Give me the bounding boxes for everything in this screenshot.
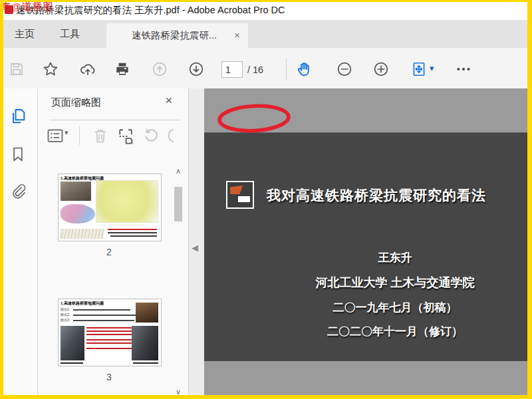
sketch-strip-image — [60, 229, 104, 239]
previous-page-icon — [151, 61, 168, 78]
document-tab-label: 速铁路桥梁抗震研... — [132, 23, 217, 48]
thumbnail-page-2-preview[interactable]: 1.高速铁路桥梁地震问题 — [58, 174, 162, 241]
acrobat-window: 速铁路桥梁抗震研究的看法 王东升.pdf - Adobe Acrobat Pro… — [0, 0, 532, 399]
extract-pages-icon[interactable] — [116, 126, 135, 145]
title-bar[interactable]: 速铁路桥梁抗震研究的看法 王东升.pdf - Adobe Acrobat Pro… — [0, 0, 532, 20]
hand-tool-icon[interactable] — [295, 61, 313, 78]
tab-document[interactable]: 速铁路桥梁抗震研... × — [106, 23, 248, 48]
slide-date-revised: 二〇二〇年十一月（修订） — [265, 324, 525, 339]
zoom-in-icon[interactable] — [372, 61, 390, 78]
caption-line — [108, 232, 157, 233]
thumb3-slide-title: 1.高速铁路桥梁地震问题 — [61, 301, 104, 307]
speaker-photo — [136, 303, 158, 323]
print-icon[interactable] — [114, 61, 131, 78]
photo-caption-line — [61, 362, 83, 364]
share-cloud-upload-icon[interactable] — [79, 61, 96, 78]
slide-affiliation: 河北工业大学 土木与交通学院 — [265, 275, 525, 291]
bullet-text-line — [73, 320, 134, 321]
bookmarks-icon[interactable] — [9, 145, 27, 164]
panel-scrollbar-thumb[interactable] — [174, 187, 182, 221]
toolbar-separator — [286, 59, 287, 80]
red-caption-line — [108, 229, 157, 230]
panel-divider — [50, 120, 180, 120]
panel-scroll-up-icon[interactable]: ∧ — [173, 167, 184, 176]
region-map-image — [61, 204, 95, 223]
slide-date-draft: 二〇一九年七月（初稿） — [265, 300, 525, 315]
photo-caption-line — [133, 362, 158, 364]
fit-page-dropdown-caret-icon[interactable]: ▾ — [430, 60, 434, 77]
panel-splitter[interactable]: ◀ — [189, 88, 204, 399]
slide-author: 王东升 — [265, 250, 525, 265]
logo-white-shape — [238, 196, 250, 202]
thumbnail-options-icon[interactable] — [46, 126, 65, 145]
favorite-star-icon[interactable] — [42, 61, 59, 78]
page-thumbnails-icon[interactable] — [9, 107, 27, 126]
china-map-image — [96, 180, 158, 223]
rotate-right-icon — [167, 126, 186, 145]
save-icon[interactable] — [8, 61, 25, 78]
thumbnail-page-3[interactable]: 1.高速铁路桥梁地震问题 特点1: 特点2: 特点3: 3 — [58, 299, 160, 382]
thumb3-bullet-3: 特点3: — [61, 318, 70, 322]
more-tools-ellipsis-icon[interactable] — [455, 61, 472, 78]
attachments-paperclip-icon[interactable] — [9, 182, 27, 200]
fit-page-icon[interactable] — [410, 61, 428, 78]
red-watermark-text: 車@道桥图 — [1, 1, 54, 13]
thumbnail-page-number: 2 — [58, 247, 160, 257]
main-toolbar: 1 / 16 ▾ — [0, 48, 532, 89]
thumbnail-page-2[interactable]: 1.高速铁路桥梁地震问题 2 — [58, 174, 160, 257]
bridge-photo — [61, 182, 91, 201]
tab-bar: 主页 工具 速铁路桥梁抗震研... × — [0, 20, 532, 48]
slide-logo-icon — [226, 181, 254, 209]
slide-title: 我对高速铁路桥梁抗震研究的看法 — [267, 186, 529, 205]
document-viewport[interactable]: 我对高速铁路桥梁抗震研究的看法 王东升 河北工业大学 土木与交通学院 二〇一九年… — [204, 88, 532, 399]
delete-pages-icon — [91, 126, 110, 145]
pdf-page-1[interactable]: 我对高速铁路桥梁抗震研究的看法 王东升 河北工业大学 土木与交通学院 二〇一九年… — [204, 132, 532, 361]
damage-photo-left — [61, 326, 84, 360]
tab-home[interactable]: 主页 — [3, 20, 47, 48]
tab-tools[interactable]: 工具 — [48, 20, 92, 48]
bullet-text-line — [73, 309, 130, 311]
rotate-left-icon — [142, 126, 160, 145]
options-caret-icon[interactable]: ▾ — [65, 128, 68, 137]
thumb3-bullet-2: 特点2: — [61, 313, 70, 317]
window-title: 速铁路桥梁抗震研究的看法 王东升.pdf - Adobe Acrobat Pro… — [16, 0, 285, 20]
panel-toolbar-separator — [79, 126, 80, 145]
damage-photo-right — [132, 326, 158, 360]
page-count-label: / 16 — [247, 61, 263, 78]
close-tab-icon[interactable]: × — [234, 23, 240, 47]
collapse-panel-icon[interactable]: ◀ — [192, 243, 198, 253]
thumb3-bullet-1: 特点1: — [61, 307, 70, 311]
panel-close-icon[interactable]: × — [165, 94, 172, 108]
panel-title: 页面缩略图 — [51, 96, 101, 109]
panel-scroll-down-icon[interactable]: ∨ — [173, 388, 184, 396]
thumbnail-page-3-preview[interactable]: 1.高速铁路桥梁地震问题 特点1: 特点2: 特点3: — [58, 299, 162, 366]
bullet-text-line — [73, 315, 137, 316]
navigation-pane-strip — [0, 88, 38, 399]
page-number-input[interactable]: 1 — [221, 61, 243, 78]
page-thumbnails-panel: 页面缩略图 × ▾ 1.高速铁路桥梁地震问题 — [38, 88, 189, 399]
caption-line — [110, 235, 157, 237]
zoom-out-icon[interactable] — [336, 61, 353, 78]
thumbnail-page-number: 3 — [58, 372, 160, 382]
next-page-icon[interactable] — [188, 61, 205, 78]
logo-orange-shape — [230, 186, 243, 194]
